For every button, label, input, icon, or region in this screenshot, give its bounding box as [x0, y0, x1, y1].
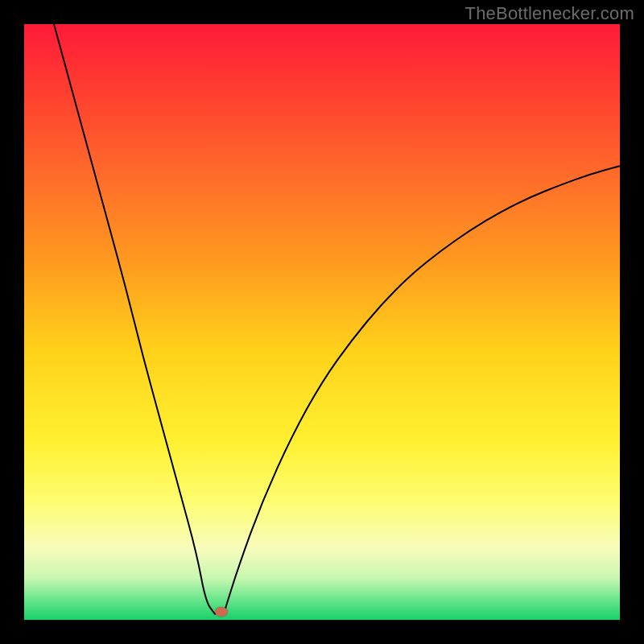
watermark-text: TheBottlenecker.com — [465, 3, 634, 24]
plot-area — [24, 24, 620, 620]
minimum-marker — [215, 607, 228, 617]
chart-frame: TheBottlenecker.com — [0, 0, 644, 644]
